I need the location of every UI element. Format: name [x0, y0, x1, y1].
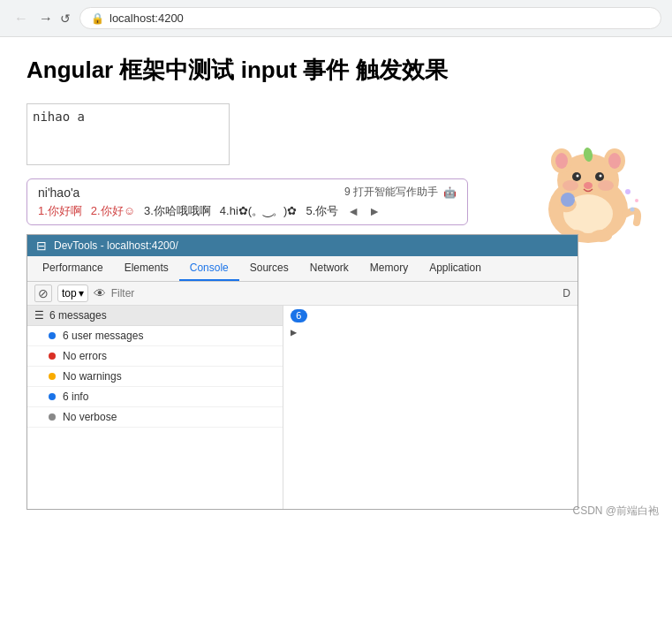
dot-no-errors — [49, 353, 56, 360]
hamster-svg — [522, 125, 654, 249]
watermark: CSDN @前端白袍 — [572, 504, 659, 519]
svg-point-18 — [561, 193, 575, 207]
top-label: top — [62, 287, 77, 300]
ime-candidate-2[interactable]: 2.你好☺ — [91, 203, 135, 219]
svg-point-10 — [584, 182, 593, 189]
svg-point-17 — [591, 230, 612, 242]
page-title: Angular 框架中测试 input 事件 触发效果 — [26, 55, 646, 86]
devtools-panel: ⊟ DevTools - localhost:4200/ Performance… — [26, 234, 578, 510]
page-content: Angular 框架中测试 input 事件 触发效果 nihao a ni'h… — [0, 37, 672, 527]
svg-point-5 — [608, 153, 621, 169]
no-verbose-label: No verbose — [63, 411, 117, 423]
devtools-title: DevTools - localhost:4200/ — [54, 239, 178, 252]
dropdown-icon: ▾ — [79, 287, 84, 300]
reload-button[interactable]: ↺ — [60, 11, 71, 26]
ime-candidates: 1.你好啊 2.你好☺ 3.你哈哦哦啊 4.hi✿(。‿。)✿ 5.你号 ◄ ► — [38, 203, 457, 219]
console-sidebar: ☰ 6 messages 6 user messages No errors N… — [27, 306, 283, 509]
ime-nav-next[interactable]: ► — [368, 204, 381, 218]
console-expand[interactable]: ▶ — [291, 326, 570, 338]
sidebar-header-label: 6 messages — [49, 309, 107, 322]
dot-no-verbose — [49, 413, 56, 421]
ime-toolbar-icon[interactable]: 🤖 — [443, 186, 457, 199]
tab-application[interactable]: Application — [419, 256, 492, 281]
lock-icon: 🔒 — [91, 12, 104, 25]
raw-input[interactable]: nihao a — [26, 103, 230, 165]
url-text: localhost:4200 — [109, 11, 184, 25]
ime-candidate-1[interactable]: 1.你好啊 — [38, 203, 82, 219]
forward-button[interactable]: → — [35, 9, 57, 28]
svg-point-19 — [625, 189, 630, 194]
svg-point-12 — [598, 180, 614, 191]
no-errors-label: No errors — [63, 350, 107, 362]
sidebar-item-info[interactable]: 6 info — [27, 387, 283, 407]
ime-input-row: ni'hao'a 9 打开智能写作助手 🤖 — [38, 185, 457, 200]
nav-buttons: ← → ↺ — [11, 9, 71, 28]
dot-user-messages — [49, 332, 56, 339]
dot-info — [49, 393, 56, 400]
svg-point-9 — [600, 175, 602, 178]
sidebar-item-no-errors[interactable]: No errors — [27, 346, 283, 367]
tab-sources[interactable]: Sources — [239, 256, 299, 281]
dot-no-warnings — [49, 373, 56, 380]
log-level-button[interactable]: D — [563, 287, 570, 300]
info-label: 6 info — [63, 391, 88, 403]
svg-point-3 — [555, 153, 568, 169]
top-selector[interactable]: top ▾ — [57, 284, 88, 302]
ime-candidate-4[interactable]: 4.hi✿(。‿。)✿ — [220, 203, 298, 219]
user-messages-label: 6 user messages — [63, 330, 143, 342]
console-main: 6 ▶ — [283, 306, 578, 509]
eye-button[interactable]: 👁 — [94, 286, 106, 300]
sidebar-item-user-messages[interactable]: 6 user messages — [27, 326, 283, 346]
ime-input-text: ni'hao'a — [38, 186, 79, 200]
back-button[interactable]: ← — [11, 9, 32, 28]
console-stop-button[interactable]: ⊘ — [34, 284, 52, 302]
tab-performance[interactable]: Performance — [32, 256, 114, 281]
svg-point-11 — [563, 180, 578, 191]
devtools-dock-button[interactable]: ⊟ — [36, 239, 47, 253]
console-filter-input[interactable] — [111, 287, 558, 300]
svg-point-7 — [577, 175, 579, 178]
hamster-illustration — [522, 125, 654, 249]
browser-chrome: ← → ↺ 🔒 localhost:4200 — [0, 0, 672, 37]
ime-candidate-3[interactable]: 3.你哈哦哦啊 — [144, 203, 211, 219]
sidebar-header[interactable]: ☰ 6 messages — [27, 306, 283, 326]
ime-candidate-5[interactable]: 5.你号 — [306, 203, 338, 219]
ime-bar: ni'hao'a 9 打开智能写作助手 🤖 1.你好啊 2.你好☺ 3.你哈哦哦… — [26, 178, 468, 225]
ime-toolbar: 9 打开智能写作助手 🤖 — [344, 185, 457, 200]
tab-network[interactable]: Network — [299, 256, 359, 281]
console-toolbar: ⊘ top ▾ 👁 D — [27, 282, 578, 306]
tab-memory[interactable]: Memory — [359, 256, 419, 281]
sidebar-header-icon: ☰ — [34, 309, 44, 322]
console-badge: 6 — [291, 309, 307, 322]
tab-elements[interactable]: Elements — [114, 256, 179, 281]
ime-toolbar-label: 9 打开智能写作助手 — [344, 185, 438, 200]
devtools-titlebar: ⊟ DevTools - localhost:4200/ — [27, 235, 578, 256]
no-warnings-label: No warnings — [63, 370, 122, 383]
sidebar-item-no-warnings[interactable]: No warnings — [27, 367, 283, 387]
sidebar-item-no-verbose[interactable]: No verbose — [27, 407, 283, 428]
address-bar[interactable]: 🔒 localhost:4200 — [79, 7, 661, 29]
svg-point-20 — [635, 199, 638, 202]
console-body: ☰ 6 messages 6 user messages No errors N… — [27, 306, 578, 509]
devtools-tabs: Performance Elements Console Sources Net… — [27, 256, 578, 282]
svg-point-21 — [630, 208, 635, 212]
tab-console[interactable]: Console — [179, 256, 239, 281]
ime-nav-prev[interactable]: ◄ — [347, 204, 359, 218]
